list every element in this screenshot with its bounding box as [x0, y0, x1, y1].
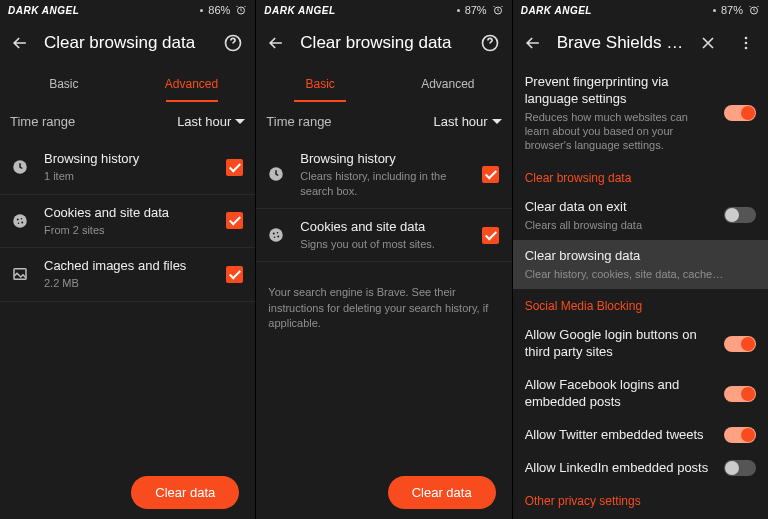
chevron-down-icon [235, 119, 245, 124]
row-label: Cookies and site data [300, 219, 467, 235]
svg-point-19 [274, 237, 276, 239]
row-clear-on-exit[interactable]: Clear data on exit Clears all browsing d… [513, 191, 768, 240]
brand-label: DARK ANGEL [521, 5, 592, 16]
back-arrow-icon[interactable] [6, 29, 34, 57]
row-browsing-history[interactable]: Browsing historyClears history, includin… [256, 141, 511, 209]
checkbox[interactable] [482, 166, 499, 183]
row-clear-browsing-data[interactable]: Clear browsing data Clear history, cooki… [513, 240, 768, 289]
row-sub: Clears history, including in the search … [300, 169, 467, 198]
screen-shields-privacy: DARK ANGEL 87% Brave Shields & priva… Pr… [512, 0, 768, 519]
close-icon[interactable] [694, 29, 722, 57]
row-cookies[interactable]: Cookies and site dataSigns you out of mo… [256, 209, 511, 263]
row-label: Browsing history [44, 151, 211, 167]
toggle[interactable] [724, 460, 756, 476]
svg-point-24 [745, 42, 748, 45]
action-bar: Clear data [0, 476, 255, 519]
toggle[interactable] [724, 207, 756, 223]
tabs: Basic Advanced [256, 66, 511, 102]
row-label: Allow Google login buttons on third part… [525, 327, 712, 361]
header: Brave Shields & priva… [513, 20, 768, 66]
status-bar: DARK ANGEL 86% [0, 0, 255, 20]
brand-label: DARK ANGEL [8, 5, 79, 16]
row-prevent-fingerprinting[interactable]: Prevent fingerprinting via language sett… [513, 66, 768, 161]
help-icon[interactable] [476, 29, 504, 57]
cookie-icon [8, 212, 32, 230]
signal-dot-icon [200, 9, 203, 12]
tab-advanced[interactable]: Advanced [384, 66, 512, 102]
back-arrow-icon[interactable] [262, 29, 290, 57]
alarm-icon [235, 4, 247, 16]
clock-icon [264, 165, 288, 183]
checkbox[interactable] [226, 266, 243, 283]
row-sub: 1 item [44, 169, 211, 183]
row-allow-twitter[interactable]: Allow Twitter embedded tweets [513, 419, 768, 452]
checkbox[interactable] [482, 227, 499, 244]
checkbox[interactable] [226, 212, 243, 229]
svg-point-25 [745, 47, 748, 50]
brand-label: DARK ANGEL [264, 5, 335, 16]
row-sub: From 2 sites [44, 223, 211, 237]
row-cookies[interactable]: Cookies and site dataFrom 2 sites [0, 195, 255, 249]
search-engine-note: Your search engine is Brave. See their i… [256, 275, 511, 341]
svg-point-5 [21, 218, 23, 220]
settings-list: Prevent fingerprinting via language sett… [513, 66, 768, 519]
screen-clear-data-basic: DARK ANGEL 87% Clear browsing data Basic… [255, 0, 511, 519]
checkbox[interactable] [226, 159, 243, 176]
time-range-value: Last hour [433, 114, 487, 129]
time-range-label: Time range [10, 114, 75, 129]
page-title: Brave Shields & priva… [557, 33, 684, 53]
svg-point-4 [17, 218, 19, 220]
svg-point-6 [18, 222, 20, 224]
time-range-value: Last hour [177, 114, 231, 129]
section-other-privacy: Other privacy settings [513, 484, 768, 514]
tab-advanced[interactable]: Advanced [128, 66, 256, 102]
toggle[interactable] [724, 105, 756, 121]
row-label: Browsing history [300, 151, 467, 167]
svg-point-3 [13, 214, 27, 228]
row-label: Allow LinkedIn embedded posts [525, 460, 712, 477]
signal-dot-icon [713, 9, 716, 12]
row-cache[interactable]: Cached images and files2.2 MB [0, 248, 255, 302]
image-icon [8, 265, 32, 283]
row-sub: 2.2 MB [44, 276, 211, 290]
battery-percent: 87% [721, 4, 743, 16]
screen-clear-data-advanced: DARK ANGEL 86% Clear browsing data Basic… [0, 0, 255, 519]
cookie-icon [264, 226, 288, 244]
header: Clear browsing data [0, 20, 255, 66]
clear-data-button[interactable]: Clear data [131, 476, 239, 509]
row-label: Prevent fingerprinting via language sett… [525, 74, 712, 108]
row-browsing-history[interactable]: Browsing history1 item [0, 141, 255, 195]
row-label: Allow Twitter embedded tweets [525, 427, 712, 444]
tab-basic[interactable]: Basic [0, 66, 128, 102]
back-arrow-icon[interactable] [519, 29, 547, 57]
alarm-icon [748, 4, 760, 16]
row-allow-google[interactable]: Allow Google login buttons on third part… [513, 319, 768, 369]
page-title: Clear browsing data [300, 33, 465, 53]
data-type-list: Browsing history1 item Cookies and site … [0, 141, 255, 309]
row-allow-facebook[interactable]: Allow Facebook logins and embedded posts [513, 369, 768, 419]
row-cache[interactable]: Cached images and filesFrees up 2.2 MB. … [256, 262, 511, 275]
toggle[interactable] [724, 336, 756, 352]
chevron-down-icon [492, 119, 502, 124]
time-range-row[interactable]: Time range Last hour [0, 102, 255, 141]
toggle[interactable] [724, 386, 756, 402]
action-bar: Clear data [256, 476, 511, 519]
row-sub: Reduces how much websites can learn abou… [525, 110, 712, 153]
page-title: Clear browsing data [44, 33, 209, 53]
status-bar: DARK ANGEL 87% [513, 0, 768, 20]
svg-point-17 [273, 233, 275, 235]
help-icon[interactable] [219, 29, 247, 57]
tabs: Basic Advanced [0, 66, 255, 102]
row-label: Allow Facebook logins and embedded posts [525, 377, 712, 411]
more-vert-icon[interactable] [732, 29, 760, 57]
toggle[interactable] [724, 427, 756, 443]
time-range-row[interactable]: Time range Last hour [256, 102, 511, 141]
tab-basic[interactable]: Basic [256, 66, 384, 102]
row-allow-linkedin[interactable]: Allow LinkedIn embedded posts [513, 452, 768, 485]
row-sub: Clear history, cookies, site data, cache… [525, 267, 756, 281]
svg-point-18 [277, 232, 279, 234]
svg-point-23 [745, 37, 748, 40]
header: Clear browsing data [256, 20, 511, 66]
row-passwords[interactable]: Saved passwordsNone [0, 302, 255, 309]
clear-data-button[interactable]: Clear data [388, 476, 496, 509]
